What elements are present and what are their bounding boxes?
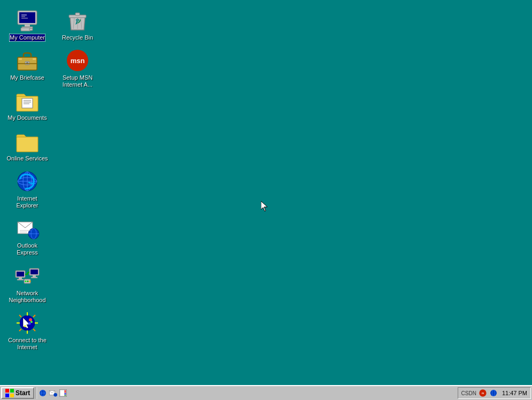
tray-icon-1: m	[479, 389, 487, 397]
svg-point-85	[490, 390, 497, 396]
svg-rect-18	[22, 98, 33, 108]
svg-line-52	[19, 315, 21, 317]
connect-label: Connect to the Internet	[5, 337, 49, 351]
taskbar-outlook-icon[interactable]	[49, 389, 57, 397]
outlook-express-icon[interactable]: OutlookExpress	[3, 213, 51, 258]
desktop: My Computer My Briefcase	[0, 0, 532, 385]
outlook-image	[14, 216, 40, 241]
svg-rect-81	[65, 393, 66, 395]
svg-text:msn: msn	[71, 57, 85, 65]
tray-ie-icon	[489, 389, 498, 397]
svg-rect-41	[33, 275, 36, 277]
svg-rect-71	[5, 394, 9, 397]
svg-rect-80	[65, 390, 66, 393]
svg-rect-36	[17, 272, 24, 276]
online-services-icon[interactable]: Online Services	[3, 126, 51, 164]
network-label: Network Neighborhood	[5, 290, 49, 304]
svg-rect-37	[19, 278, 22, 279]
svg-rect-70	[10, 389, 14, 393]
my-documents-label: My Documents	[7, 114, 47, 121]
my-computer-label: My Computer	[10, 34, 45, 41]
connect-internet-icon[interactable]: Connect to the Internet	[3, 308, 51, 353]
connect-image	[14, 310, 40, 336]
outlook-label: OutlookExpress	[17, 242, 38, 256]
ie-label: InternetExplorer	[17, 195, 38, 209]
my-computer-image	[14, 7, 40, 33]
svg-rect-15	[33, 58, 36, 60]
svg-text:m: m	[482, 392, 484, 395]
svg-line-54	[33, 315, 35, 317]
recycle-label: Recycle Bin	[62, 34, 93, 41]
svg-line-53	[33, 329, 35, 331]
setup-msn-label: Setup MSN Internet A...	[56, 74, 99, 88]
recycle-bin-icon[interactable]: Recycle Bin	[53, 5, 102, 43]
svg-point-58	[30, 321, 33, 323]
my-documents-image	[14, 88, 40, 113]
taskbar-divider	[36, 387, 37, 399]
my-computer-icon[interactable]: My Computer	[3, 5, 51, 43]
svg-rect-42	[31, 277, 37, 278]
taskbar-channel-icon[interactable]	[59, 389, 67, 397]
tray-text: CSDN	[461, 390, 476, 396]
network-image	[14, 263, 40, 289]
network-neighborhood-icon[interactable]: Network Neighborhood	[3, 261, 51, 306]
my-briefcase-icon[interactable]: My Briefcase	[3, 45, 51, 83]
svg-line-55	[19, 329, 21, 331]
svg-rect-23	[17, 137, 37, 151]
svg-rect-8	[21, 28, 30, 31]
svg-rect-69	[5, 389, 9, 393]
msn-image: msn	[65, 48, 90, 73]
system-tray: CSDN m 11:47 PM	[458, 387, 531, 399]
online-services-label: Online Services	[6, 155, 48, 162]
my-briefcase-image	[14, 48, 40, 73]
internet-explorer-icon[interactable]: InternetExplorer	[3, 166, 51, 211]
svg-point-59	[28, 322, 31, 325]
svg-rect-14	[19, 58, 22, 60]
setup-msn-icon[interactable]: msn Setup MSN Internet A...	[53, 45, 102, 90]
svg-point-44	[25, 280, 27, 282]
clock: 11:47 PM	[502, 390, 527, 396]
windows-logo-icon	[5, 389, 14, 397]
svg-point-77	[54, 393, 58, 397]
svg-point-60	[24, 325, 26, 327]
svg-rect-6	[25, 25, 30, 27]
taskbar-quick-launch	[38, 389, 67, 397]
start-label: Start	[16, 389, 30, 397]
my-briefcase-label: My Briefcase	[10, 74, 44, 81]
svg-rect-62	[75, 13, 80, 16]
taskbar-ie-icon[interactable]	[38, 389, 47, 397]
svg-point-45	[27, 280, 29, 282]
svg-rect-38	[17, 279, 24, 280]
svg-rect-2	[20, 13, 34, 22]
online-services-image	[14, 128, 40, 154]
taskbar: Start	[0, 385, 532, 400]
svg-rect-79	[60, 390, 64, 396]
svg-rect-72	[10, 394, 14, 397]
recycle-image	[65, 7, 90, 33]
svg-rect-9	[29, 28, 33, 30]
start-button[interactable]: Start	[1, 387, 34, 399]
svg-rect-82	[65, 395, 66, 396]
my-documents-icon[interactable]: My Documents	[3, 86, 51, 124]
ie-image	[14, 168, 40, 194]
svg-point-46	[29, 280, 31, 282]
svg-rect-40	[30, 270, 38, 274]
